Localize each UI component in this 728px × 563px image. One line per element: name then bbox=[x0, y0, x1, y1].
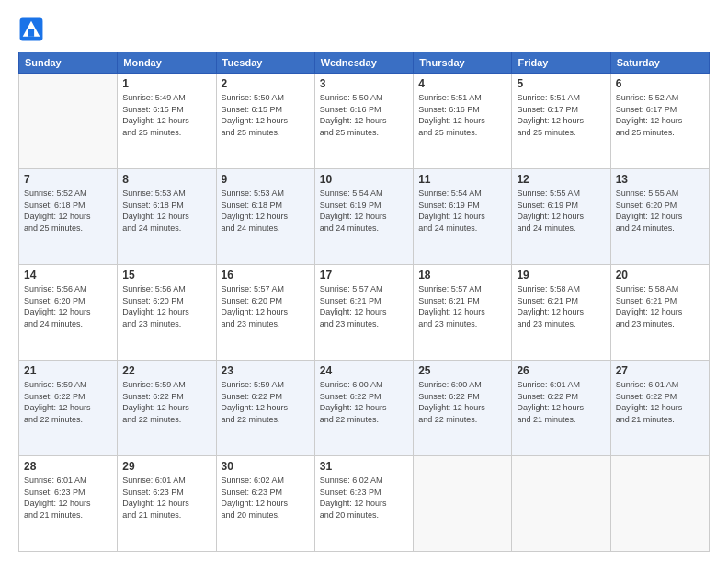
day-number: 4 bbox=[418, 77, 506, 90]
day-info: Sunrise: 5:50 AM Sunset: 6:15 PM Dayligh… bbox=[222, 92, 310, 138]
day-info: Sunrise: 5:51 AM Sunset: 6:17 PM Dayligh… bbox=[517, 92, 605, 138]
day-number: 12 bbox=[517, 173, 605, 186]
day-number: 23 bbox=[222, 364, 310, 377]
day-number: 22 bbox=[122, 364, 210, 377]
calendar-cell: 6Sunrise: 5:52 AM Sunset: 6:17 PM Daylig… bbox=[610, 74, 709, 169]
day-info: Sunrise: 5:51 AM Sunset: 6:16 PM Dayligh… bbox=[418, 92, 506, 138]
day-number: 2 bbox=[222, 77, 310, 90]
day-number: 7 bbox=[24, 173, 112, 186]
day-info: Sunrise: 5:54 AM Sunset: 6:19 PM Dayligh… bbox=[418, 188, 506, 234]
day-info: Sunrise: 5:50 AM Sunset: 6:16 PM Dayligh… bbox=[320, 92, 408, 138]
calendar-cell: 16Sunrise: 5:57 AM Sunset: 6:20 PM Dayli… bbox=[216, 265, 314, 361]
calendar-cell: 23Sunrise: 5:59 AM Sunset: 6:22 PM Dayli… bbox=[216, 361, 314, 456]
day-number: 13 bbox=[616, 173, 704, 186]
calendar-cell: 28Sunrise: 6:01 AM Sunset: 6:23 PM Dayli… bbox=[19, 456, 118, 552]
day-number: 1 bbox=[122, 77, 210, 90]
logo bbox=[18, 17, 50, 42]
day-header-monday: Monday bbox=[118, 52, 216, 74]
page: SundayMondayTuesdayWednesdayThursdayFrid… bbox=[0, 0, 728, 563]
calendar-week-row: 7Sunrise: 5:52 AM Sunset: 6:18 PM Daylig… bbox=[19, 169, 710, 265]
day-info: Sunrise: 5:52 AM Sunset: 6:17 PM Dayligh… bbox=[616, 92, 704, 138]
day-info: Sunrise: 6:01 AM Sunset: 6:23 PM Dayligh… bbox=[24, 475, 112, 521]
calendar-table: SundayMondayTuesdayWednesdayThursdayFrid… bbox=[18, 52, 710, 552]
calendar-cell: 17Sunrise: 5:57 AM Sunset: 6:21 PM Dayli… bbox=[314, 265, 413, 361]
day-info: Sunrise: 5:56 AM Sunset: 6:20 PM Dayligh… bbox=[24, 283, 112, 329]
day-info: Sunrise: 5:59 AM Sunset: 6:22 PM Dayligh… bbox=[24, 379, 112, 425]
calendar-cell: 4Sunrise: 5:51 AM Sunset: 6:16 PM Daylig… bbox=[414, 74, 512, 169]
day-number: 16 bbox=[222, 269, 310, 282]
calendar-cell: 10Sunrise: 5:54 AM Sunset: 6:19 PM Dayli… bbox=[314, 169, 413, 265]
calendar-cell: 19Sunrise: 5:58 AM Sunset: 6:21 PM Dayli… bbox=[512, 265, 610, 361]
day-number: 17 bbox=[320, 269, 408, 282]
svg-rect-2 bbox=[28, 29, 34, 37]
day-info: Sunrise: 5:49 AM Sunset: 6:15 PM Dayligh… bbox=[122, 92, 210, 138]
calendar-cell: 14Sunrise: 5:56 AM Sunset: 6:20 PM Dayli… bbox=[19, 265, 118, 361]
day-info: Sunrise: 5:59 AM Sunset: 6:22 PM Dayligh… bbox=[222, 379, 310, 425]
calendar-cell bbox=[512, 456, 610, 552]
day-number: 20 bbox=[616, 269, 704, 282]
day-info: Sunrise: 5:57 AM Sunset: 6:20 PM Dayligh… bbox=[222, 283, 310, 329]
calendar-cell: 25Sunrise: 6:00 AM Sunset: 6:22 PM Dayli… bbox=[414, 361, 512, 456]
day-info: Sunrise: 5:53 AM Sunset: 6:18 PM Dayligh… bbox=[222, 188, 310, 234]
day-number: 18 bbox=[418, 269, 506, 282]
calendar-cell bbox=[610, 456, 709, 552]
calendar-cell: 5Sunrise: 5:51 AM Sunset: 6:17 PM Daylig… bbox=[512, 74, 610, 169]
day-number: 26 bbox=[517, 364, 605, 377]
day-info: Sunrise: 5:56 AM Sunset: 6:20 PM Dayligh… bbox=[122, 283, 210, 329]
day-info: Sunrise: 5:53 AM Sunset: 6:18 PM Dayligh… bbox=[122, 188, 210, 234]
day-header-sunday: Sunday bbox=[19, 52, 118, 74]
calendar-cell: 27Sunrise: 6:01 AM Sunset: 6:22 PM Dayli… bbox=[610, 361, 709, 456]
calendar-cell: 13Sunrise: 5:55 AM Sunset: 6:20 PM Dayli… bbox=[610, 169, 709, 265]
logo-icon bbox=[18, 17, 44, 42]
day-number: 10 bbox=[320, 173, 408, 186]
calendar-week-row: 14Sunrise: 5:56 AM Sunset: 6:20 PM Dayli… bbox=[19, 265, 710, 361]
calendar-cell: 22Sunrise: 5:59 AM Sunset: 6:22 PM Dayli… bbox=[118, 361, 216, 456]
day-number: 31 bbox=[320, 460, 408, 473]
day-number: 27 bbox=[616, 364, 704, 377]
calendar-cell: 8Sunrise: 5:53 AM Sunset: 6:18 PM Daylig… bbox=[118, 169, 216, 265]
day-number: 6 bbox=[616, 77, 704, 90]
calendar-week-row: 21Sunrise: 5:59 AM Sunset: 6:22 PM Dayli… bbox=[19, 361, 710, 456]
day-header-wednesday: Wednesday bbox=[314, 52, 413, 74]
calendar-header-row: SundayMondayTuesdayWednesdayThursdayFrid… bbox=[19, 52, 710, 74]
day-number: 25 bbox=[418, 364, 506, 377]
calendar-cell: 31Sunrise: 6:02 AM Sunset: 6:23 PM Dayli… bbox=[314, 456, 413, 552]
day-number: 9 bbox=[222, 173, 310, 186]
calendar-week-row: 28Sunrise: 6:01 AM Sunset: 6:23 PM Dayli… bbox=[19, 456, 710, 552]
calendar-cell: 21Sunrise: 5:59 AM Sunset: 6:22 PM Dayli… bbox=[19, 361, 118, 456]
calendar-cell: 26Sunrise: 6:01 AM Sunset: 6:22 PM Dayli… bbox=[512, 361, 610, 456]
day-info: Sunrise: 5:58 AM Sunset: 6:21 PM Dayligh… bbox=[616, 283, 704, 329]
calendar-cell: 3Sunrise: 5:50 AM Sunset: 6:16 PM Daylig… bbox=[314, 74, 413, 169]
day-number: 30 bbox=[222, 460, 310, 473]
calendar-cell bbox=[414, 456, 512, 552]
calendar-week-row: 1Sunrise: 5:49 AM Sunset: 6:15 PM Daylig… bbox=[19, 74, 710, 169]
day-info: Sunrise: 5:58 AM Sunset: 6:21 PM Dayligh… bbox=[517, 283, 605, 329]
day-info: Sunrise: 5:59 AM Sunset: 6:22 PM Dayligh… bbox=[122, 379, 210, 425]
day-info: Sunrise: 5:54 AM Sunset: 6:19 PM Dayligh… bbox=[320, 188, 408, 234]
calendar-cell: 11Sunrise: 5:54 AM Sunset: 6:19 PM Dayli… bbox=[414, 169, 512, 265]
day-number: 28 bbox=[24, 460, 112, 473]
day-number: 19 bbox=[517, 269, 605, 282]
calendar-cell: 15Sunrise: 5:56 AM Sunset: 6:20 PM Dayli… bbox=[118, 265, 216, 361]
day-number: 11 bbox=[418, 173, 506, 186]
calendar-cell: 30Sunrise: 6:02 AM Sunset: 6:23 PM Dayli… bbox=[216, 456, 314, 552]
day-info: Sunrise: 6:00 AM Sunset: 6:22 PM Dayligh… bbox=[418, 379, 506, 425]
day-number: 5 bbox=[517, 77, 605, 90]
calendar-cell: 1Sunrise: 5:49 AM Sunset: 6:15 PM Daylig… bbox=[118, 74, 216, 169]
header bbox=[18, 17, 710, 42]
day-info: Sunrise: 5:55 AM Sunset: 6:20 PM Dayligh… bbox=[616, 188, 704, 234]
day-number: 15 bbox=[122, 269, 210, 282]
day-header-saturday: Saturday bbox=[610, 52, 709, 74]
calendar-cell bbox=[19, 74, 118, 169]
day-number: 29 bbox=[122, 460, 210, 473]
day-info: Sunrise: 6:02 AM Sunset: 6:23 PM Dayligh… bbox=[320, 475, 408, 521]
calendar-cell: 9Sunrise: 5:53 AM Sunset: 6:18 PM Daylig… bbox=[216, 169, 314, 265]
calendar-cell: 24Sunrise: 6:00 AM Sunset: 6:22 PM Dayli… bbox=[314, 361, 413, 456]
calendar-cell: 20Sunrise: 5:58 AM Sunset: 6:21 PM Dayli… bbox=[610, 265, 709, 361]
day-number: 24 bbox=[320, 364, 408, 377]
day-number: 14 bbox=[24, 269, 112, 282]
day-number: 3 bbox=[320, 77, 408, 90]
calendar-cell: 18Sunrise: 5:57 AM Sunset: 6:21 PM Dayli… bbox=[414, 265, 512, 361]
day-header-tuesday: Tuesday bbox=[216, 52, 314, 74]
day-info: Sunrise: 6:01 AM Sunset: 6:22 PM Dayligh… bbox=[616, 379, 704, 425]
